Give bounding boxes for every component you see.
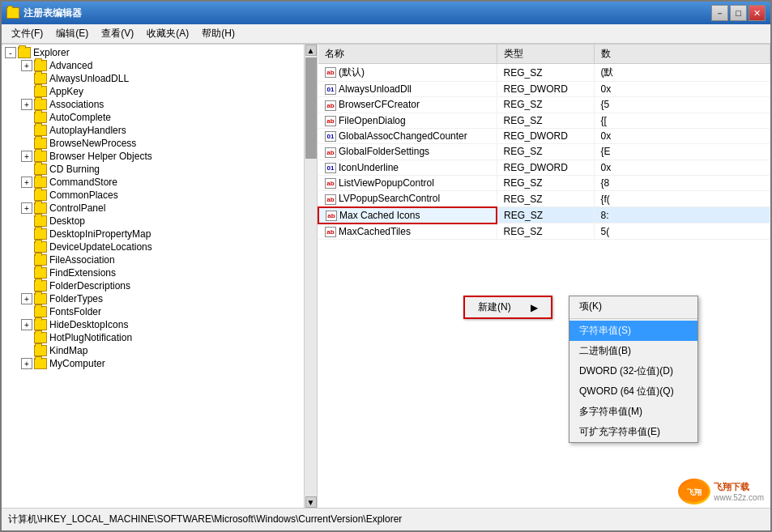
menu-edit[interactable]: 编辑(E)	[49, 25, 95, 42]
tree-item-commandstore[interactable]: + CommandStore	[2, 176, 304, 189]
tree-item-autoplayhandlers[interactable]: AutoplayHandlers	[2, 124, 304, 137]
tree-item-controlpanel[interactable]: + ControlPanel	[2, 202, 304, 215]
registry-values-table: 名称 类型 数 ab(默认)REG_SZ(默01AlwaysUnloadDllR…	[318, 45, 770, 240]
tree-item-folderdescriptions[interactable]: FolderDescriptions	[2, 279, 304, 292]
submenu-item-string[interactable]: 字符串值(S)	[569, 321, 697, 341]
folder-icon-explorer	[18, 47, 31, 58]
close-button[interactable]: ✕	[749, 5, 766, 21]
tree-item-deviceupdatelocations[interactable]: DeviceUpdateLocations	[2, 240, 304, 253]
ab-icon: ab	[325, 178, 336, 189]
submenu-item-qword[interactable]: QWORD (64 位值)(Q)	[569, 381, 697, 402]
expand-icon-browserhelperobjects[interactable]: +	[21, 151, 32, 162]
tree-item-desktop[interactable]: Desktop	[2, 215, 304, 228]
submenu-item-key-label: 项(K)	[579, 300, 602, 312]
folder-icon-hidedesktopicons	[34, 319, 47, 330]
tree-label-advanced: Advanced	[49, 60, 92, 71]
menu-view[interactable]: 查看(V)	[95, 25, 140, 42]
submenu-item-multistring[interactable]: 多字符串值(M)	[569, 402, 697, 422]
new-menu-label: 新建(N)	[478, 300, 511, 314]
expand-icon-advanced[interactable]: +	[21, 60, 32, 71]
tree-item-appkey[interactable]: AppKey	[2, 85, 304, 98]
minimize-button[interactable]: －	[711, 5, 728, 21]
scroll-thumb[interactable]	[305, 57, 317, 159]
table-row[interactable]: abBrowserCFCreatorREG_SZ{5	[318, 97, 770, 113]
tree-label-folderdescriptions: FolderDescriptions	[49, 280, 130, 292]
scroll-up-arrow[interactable]: ▲	[305, 45, 317, 56]
expand-icon-commandstore[interactable]: +	[21, 177, 32, 188]
col-header-value: 数	[594, 45, 770, 64]
tree-item-hidedesktopicons[interactable]: + HideDesktopIcons	[2, 318, 304, 331]
cell-name-text: ListViewPopupControl	[339, 177, 434, 189]
cell-name-text: BrowserCFCreator	[339, 99, 420, 110]
table-row[interactable]: 01AlwaysUnloadDllREG_DWORD0x	[318, 82, 770, 97]
tree-item-alwaysunloaddll[interactable]: AlwaysUnloadDLL	[2, 72, 304, 85]
expand-icon-browsenewprocess	[21, 138, 32, 149]
cell-type: REG_SZ	[497, 175, 594, 190]
maximize-button[interactable]: □	[730, 5, 747, 21]
cell-value: 8:	[594, 207, 770, 223]
tree-label-commandstore: CommandStore	[49, 177, 117, 188]
tree-item-kindmap[interactable]: KindMap	[2, 344, 304, 357]
tree-item-associations[interactable]: + Associations	[2, 98, 304, 111]
menu-help[interactable]: 帮助(H)	[195, 25, 241, 42]
tree-item-browsenewprocess[interactable]: BrowseNewProcess	[2, 137, 304, 150]
expand-icon-findextensions	[21, 267, 32, 279]
folder-icon-desktop	[34, 215, 47, 227]
table-row[interactable]: 01GlobalAssocChangedCounterREG_DWORD0x	[318, 128, 770, 143]
tree-item-foldertypes[interactable]: + FolderTypes	[2, 292, 304, 305]
expand-icon-fileassociation	[21, 254, 32, 266]
tree-item-commonplaces[interactable]: CommonPlaces	[2, 189, 304, 202]
table-row[interactable]: ab(默认)REG_SZ(默	[318, 64, 770, 82]
table-row[interactable]: abLVPopupSearchControlREG_SZ{f(	[318, 191, 770, 207]
tree-item-fileassociation[interactable]: FileAssociation	[2, 253, 304, 266]
watermark-url: www.52z.com	[714, 493, 764, 502]
table-row[interactable]: abGlobalFolderSettingsREG_SZ{E	[318, 144, 770, 160]
context-menu-area: 新建(N) ▶ 项(K) 字符串值(S) 二进制值(B)	[463, 296, 552, 319]
menu-favorites[interactable]: 收藏夹(A)	[140, 25, 195, 42]
tree-item-explorer[interactable]: - Explorer	[2, 46, 304, 59]
folder-icon-associations	[34, 99, 47, 110]
expand-icon-mycomputer[interactable]: +	[21, 358, 32, 369]
expand-icon-appkey	[21, 86, 32, 97]
ab-icon: ab	[325, 100, 336, 111]
table-row[interactable]: abMax Cached IconsREG_SZ8:	[318, 207, 770, 223]
new-menu-button[interactable]: 新建(N) ▶	[463, 296, 552, 319]
submenu-item-key[interactable]: 项(K)	[569, 296, 697, 317]
cell-name-text: (默认)	[339, 66, 365, 78]
cell-name: abFileOpenDialog	[318, 113, 497, 128]
table-row[interactable]: abListViewPopupControlREG_SZ{8	[318, 175, 770, 190]
submenu-item-dword[interactable]: DWORD (32-位值)(D)	[569, 361, 697, 381]
table-row[interactable]: abFileOpenDialogREG_SZ{[	[318, 113, 770, 128]
tree-item-hotplugnotification[interactable]: HotPlugNotification	[2, 331, 304, 344]
tree-item-findextensions[interactable]: FindExtensions	[2, 266, 304, 279]
expand-icon-hidedesktopicons[interactable]: +	[21, 319, 32, 330]
cell-value: {E	[594, 144, 770, 160]
cell-value: {5	[594, 97, 770, 113]
expand-icon-associations[interactable]: +	[21, 99, 32, 110]
tree-label-explorer: Explorer	[33, 47, 70, 58]
expand-icon-foldertypes[interactable]: +	[21, 293, 32, 304]
left-scrollbar[interactable]: ▲ ▼	[304, 45, 317, 508]
tree-item-desktopinipropertymap[interactable]: DesktopIniPropertyMap	[2, 228, 304, 240]
ab-icon: ab	[325, 147, 336, 158]
tree-item-mycomputer[interactable]: + MyComputer	[2, 357, 304, 370]
tree-item-advanced[interactable]: + Advanced	[2, 59, 304, 72]
window-title: 注册表编辑器	[23, 6, 82, 20]
menu-file[interactable]: 文件(F)	[5, 25, 49, 42]
tree-item-cdburning[interactable]: CD Burning	[2, 163, 304, 176]
tree-label-mycomputer: MyComputer	[49, 358, 105, 369]
tree-item-browserhelperobjects[interactable]: + Browser Helper Objects	[2, 150, 304, 163]
table-row[interactable]: abMaxCachedTilesREG_SZ5(	[318, 223, 770, 240]
table-row[interactable]: 01IconUnderlineREG_DWORD0x	[318, 160, 770, 175]
cell-value: 0x	[594, 82, 770, 97]
tree-item-autocomplete[interactable]: AutoComplete	[2, 111, 304, 124]
submenu-item-expandstring[interactable]: 可扩充字符串值(E)	[569, 422, 697, 442]
expand-icon-explorer[interactable]: -	[5, 47, 16, 58]
tree-item-fontsfolder[interactable]: FontsFolder	[2, 305, 304, 318]
scroll-down-arrow[interactable]: ▼	[305, 496, 317, 508]
expand-icon-controlpanel[interactable]: +	[21, 202, 32, 214]
submenu-item-binary[interactable]: 二进制值(B)	[569, 341, 697, 361]
tree-label-autocomplete: AutoComplete	[49, 112, 111, 123]
tree-label-cdburning: CD Burning	[49, 164, 100, 175]
main-window: 注册表编辑器 － □ ✕ 文件(F) 编辑(E) 查看(V) 收藏夹(A) 帮助…	[0, 0, 772, 532]
